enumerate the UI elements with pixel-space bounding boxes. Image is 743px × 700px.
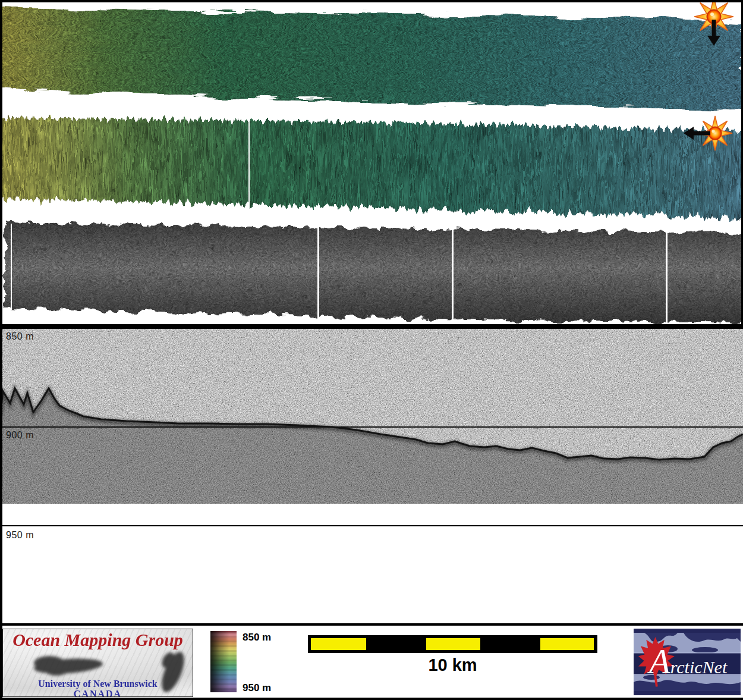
arcticnet-wordmark: ArcticNet bbox=[649, 644, 738, 685]
subbottom-echogram bbox=[0, 329, 743, 504]
sun-illumination-icon-arrow-down bbox=[694, 0, 733, 56]
frame-bottom bbox=[0, 698, 743, 700]
swath-gap-line bbox=[248, 119, 250, 214]
figure-root: 850 m 900 m 950 m Ocean Mapping Group Un… bbox=[0, 0, 743, 700]
gridline-900m bbox=[0, 426, 743, 428]
depth-label-950: 950 m bbox=[6, 530, 34, 541]
omg-university: University of New Brunswick bbox=[3, 679, 193, 689]
frame-top bbox=[0, 0, 743, 2]
swath-gap-line bbox=[317, 226, 319, 321]
frame-left bbox=[0, 0, 2, 700]
scale-bar-segment bbox=[311, 638, 366, 650]
arcticnet-logo: ArcticNet bbox=[634, 629, 741, 695]
swath-gap-line bbox=[666, 231, 668, 324]
section-divider bbox=[0, 324, 743, 329]
arrow-left-icon bbox=[684, 127, 710, 140]
swath-gap-line bbox=[11, 224, 12, 310]
omg-logo: Ocean Mapping Group University of New Br… bbox=[2, 629, 193, 697]
colorbar-label-bottom: 950 m bbox=[243, 682, 271, 694]
colorbar-label-top: 850 m bbox=[243, 632, 271, 644]
footer: Ocean Mapping Group University of New Br… bbox=[0, 626, 743, 698]
scale-bar-segment bbox=[426, 638, 480, 650]
swath-gap-line bbox=[452, 228, 454, 324]
scale-bar-segment bbox=[540, 638, 594, 650]
gridline-950m bbox=[0, 525, 743, 526]
omg-country: CANADA bbox=[3, 689, 193, 697]
omg-title: Ocean Mapping Group bbox=[3, 630, 193, 650]
sun-core bbox=[709, 127, 722, 140]
backscatter-strip bbox=[5, 222, 743, 324]
scale-bar-label: 10 km bbox=[308, 655, 597, 675]
depth-label-850: 850 m bbox=[6, 331, 34, 342]
depth-label-900: 900 m bbox=[6, 430, 34, 441]
map-scale-bar bbox=[308, 635, 597, 653]
sun-highlight bbox=[710, 12, 714, 16]
sun-illumination-icon-arrow-left bbox=[666, 115, 733, 151]
depth-colorbar bbox=[210, 631, 237, 692]
bathymetry-strip-west-lit bbox=[0, 118, 743, 218]
sonar-target-shape bbox=[46, 666, 67, 676]
bathymetry-strip-north-lit bbox=[0, 7, 743, 108]
sun-highlight bbox=[711, 130, 714, 133]
swath-section bbox=[0, 0, 743, 324]
